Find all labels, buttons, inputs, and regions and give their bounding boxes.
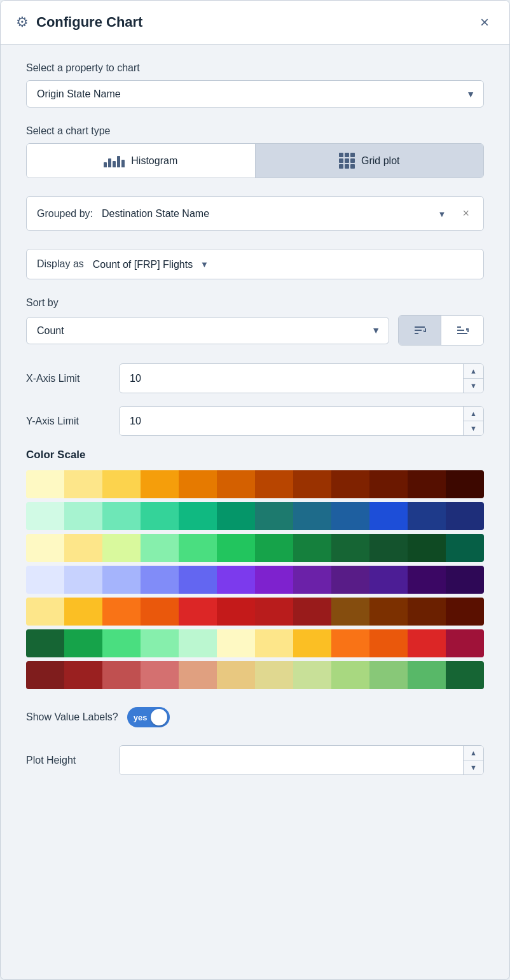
color-cell — [408, 502, 446, 530]
color-cell — [446, 661, 484, 689]
grouped-by-row: Grouped by: Destination State Name Origi… — [26, 196, 484, 231]
color-cell — [369, 629, 408, 657]
color-cell — [26, 502, 64, 530]
grouped-by-clear-button[interactable]: × — [458, 206, 473, 221]
color-cell — [179, 629, 217, 657]
plot-height-input-wrapper: ▲ ▼ — [119, 745, 484, 775]
y-axis-row: Y-Axis Limit ▲ ▼ — [26, 406, 484, 436]
x-axis-input[interactable] — [120, 365, 463, 392]
color-cell — [64, 502, 102, 530]
show-value-labels-row: Show Value Labels? yes — [26, 707, 484, 727]
x-axis-spinners: ▲ ▼ — [463, 364, 483, 393]
color-cell — [293, 534, 331, 562]
color-cell — [255, 566, 293, 594]
color-cell — [369, 566, 408, 594]
x-axis-label: X-Axis Limit — [26, 373, 109, 384]
color-row-3[interactable] — [26, 534, 484, 562]
color-cell — [179, 502, 217, 530]
show-value-labels-toggle[interactable]: yes — [127, 707, 170, 727]
color-cell — [26, 566, 64, 594]
color-cell — [255, 502, 293, 530]
histogram-button[interactable]: Histogram — [27, 144, 256, 178]
y-axis-decrement[interactable]: ▼ — [464, 421, 483, 435]
color-cell — [446, 470, 484, 498]
histogram-icon — [104, 155, 125, 167]
color-cell — [102, 470, 141, 498]
color-cell — [369, 502, 408, 530]
y-axis-input[interactable] — [120, 408, 463, 435]
color-cell — [408, 566, 446, 594]
y-axis-increment[interactable]: ▲ — [464, 407, 483, 421]
gridplot-button[interactable]: Grid plot — [256, 144, 484, 178]
color-cell — [331, 598, 369, 626]
sort-asc-icon — [455, 323, 469, 337]
color-cell — [217, 534, 255, 562]
color-cell — [217, 629, 255, 657]
color-cell — [102, 661, 141, 689]
color-cell — [141, 534, 179, 562]
plot-height-input[interactable] — [120, 747, 463, 774]
color-cell — [141, 470, 179, 498]
grouped-by-select[interactable]: Destination State Name Origin State Name… — [102, 208, 450, 219]
color-cell — [408, 470, 446, 498]
color-cell — [255, 661, 293, 689]
grid-icon — [339, 153, 355, 169]
color-cell — [179, 598, 217, 626]
plot-height-decrement[interactable]: ▼ — [464, 760, 483, 774]
x-axis-increment[interactable]: ▲ — [464, 364, 483, 379]
color-cell — [64, 566, 102, 594]
plot-height-increment[interactable]: ▲ — [464, 746, 483, 760]
color-cell — [26, 598, 64, 626]
color-cell — [446, 629, 484, 657]
color-cell — [179, 661, 217, 689]
color-cell — [369, 470, 408, 498]
display-as-select[interactable]: Count of [FRP] Flights Sum Average — [93, 259, 209, 270]
display-as-label: Display as — [37, 258, 84, 270]
color-cell — [293, 566, 331, 594]
plot-height-row: Plot Height ▲ ▼ — [26, 745, 484, 775]
color-cell — [102, 534, 141, 562]
y-axis-input-wrapper: ▲ ▼ — [119, 406, 484, 436]
sort-desc-button[interactable] — [399, 316, 441, 345]
color-cell — [141, 629, 179, 657]
header-left: ⚙ Configure Chart — [16, 14, 142, 31]
color-cell — [217, 566, 255, 594]
color-cell — [293, 598, 331, 626]
y-axis-label: Y-Axis Limit — [26, 416, 109, 427]
chart-type-buttons: Histogram Grid plot — [26, 143, 484, 178]
toggle-text: yes — [134, 713, 148, 722]
color-row-4[interactable] — [26, 566, 484, 594]
color-cell — [408, 534, 446, 562]
sort-asc-button[interactable] — [441, 316, 483, 345]
x-axis-decrement[interactable]: ▼ — [464, 379, 483, 393]
color-cell — [446, 598, 484, 626]
sort-direction-buttons — [398, 315, 484, 346]
gridplot-label: Grid plot — [361, 155, 399, 167]
property-section: Select a property to chart Origin State … — [26, 62, 484, 108]
sort-by-section: Sort by Count Alphabetical ▼ — [26, 297, 484, 346]
color-cell — [446, 534, 484, 562]
color-row-1[interactable] — [26, 470, 484, 498]
sort-select-wrapper: Count Alphabetical ▼ — [26, 317, 389, 344]
modal-title: Configure Chart — [36, 14, 142, 31]
color-cell — [369, 534, 408, 562]
color-row-6[interactable] — [26, 629, 484, 657]
color-cell — [102, 629, 141, 657]
color-row-7[interactable] — [26, 661, 484, 689]
color-cell — [293, 502, 331, 530]
color-row-5[interactable] — [26, 598, 484, 626]
chart-type-section: Select a chart type Histogram — [26, 125, 484, 178]
sort-select[interactable]: Count Alphabetical — [26, 317, 389, 344]
color-cell — [369, 661, 408, 689]
color-cell — [408, 598, 446, 626]
close-button[interactable]: × — [475, 11, 494, 34]
property-select[interactable]: Origin State Name Destination State Name… — [26, 80, 484, 108]
color-cell — [64, 629, 102, 657]
color-row-2[interactable] — [26, 502, 484, 530]
histogram-label: Histogram — [131, 155, 177, 167]
configure-chart-modal: ⚙ Configure Chart × Select a property to… — [0, 0, 510, 980]
color-cell — [179, 566, 217, 594]
show-value-labels-label: Show Value Labels? — [26, 711, 118, 723]
color-cell — [331, 534, 369, 562]
sort-by-label: Sort by — [26, 297, 484, 309]
